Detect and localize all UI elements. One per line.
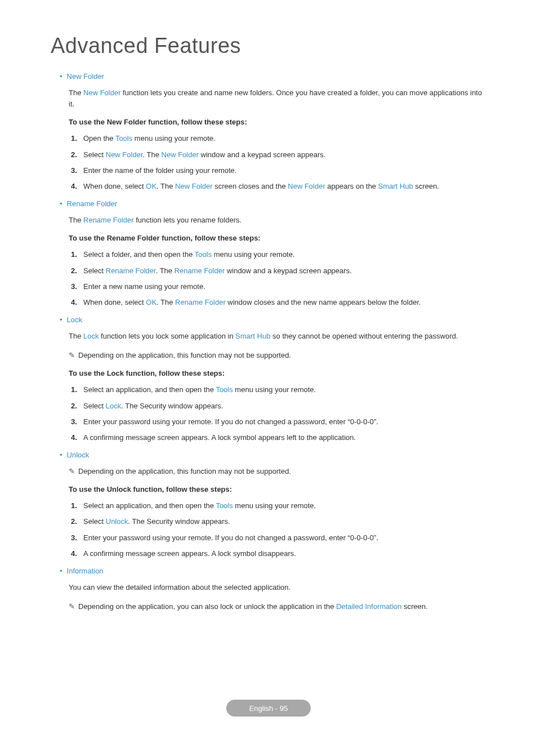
section-heading-lock: Lock [67,315,82,325]
list-item: 2. Select Unlock. The Security window ap… [71,516,486,527]
list-item: 3. Enter the name of the folder using yo… [71,165,486,176]
term-new-folder: New Folder [83,88,120,97]
rename-folder-steps: 1. Select a folder, and then open the To… [71,249,486,308]
note-icon: ✎ [69,350,75,361]
rename-folder-desc: The Rename Folder function lets you rena… [69,215,486,226]
list-item: 2. Select Lock. The Security window appe… [71,401,486,412]
list-item: 1. Select an application, and then open … [71,500,486,512]
bullet-icon: • [60,566,62,576]
list-item: 2. Select New Folder. The New Folder win… [71,149,486,161]
note-icon: ✎ [69,601,75,612]
bullet-icon: • [60,315,62,325]
list-item: 4. When done, select OK. The New Folder … [71,181,486,192]
page-title: Advanced Features [51,34,486,58]
list-item: 4. A confirming message screen appears. … [71,548,486,559]
section-heading-new-folder: New Folder [67,72,104,82]
list-item: 3. Enter a new name using your remote. [71,281,486,292]
section-heading-information: Information [67,566,104,576]
term-lock: Lock [83,332,99,340]
unlock-steps-heading: To use the Unlock function, follow these… [69,485,486,493]
unlock-steps: 1. Select an application, and then open … [71,500,486,559]
lock-desc: The Lock function lets you lock some app… [69,331,486,342]
bullet-icon: • [60,72,62,82]
new-folder-steps-heading: To use the New Folder function, follow t… [69,118,486,126]
new-folder-desc: The New Folder function lets you create … [69,87,486,110]
rename-folder-steps-heading: To use the Rename Folder function, follo… [69,234,486,242]
term-detailed-information: Detailed Information [336,602,401,611]
page-number-badge: English - 95 [226,700,311,717]
list-item: 2. Select Rename Folder. The Rename Fold… [71,265,486,277]
list-item: 3. Enter your password using your remote… [71,416,486,428]
section-unlock: • Unlock ✎ Depending on the application,… [51,450,486,559]
note-icon: ✎ [69,466,75,477]
list-item: 3. Enter your password using your remote… [71,532,486,544]
section-lock: • Lock The Lock function lets you lock s… [51,315,486,443]
unlock-note: ✎ Depending on the application, this fun… [69,466,486,477]
lock-steps-heading: To use the Lock function, follow these s… [69,369,486,377]
information-note: ✎ Depending on the application, you can … [69,601,486,612]
section-information: • Information You can view the detailed … [51,566,486,612]
section-heading-unlock: Unlock [67,450,90,460]
section-heading-rename-folder: Rename Folder [67,199,118,209]
section-rename-folder: • Rename Folder The Rename Folder functi… [51,199,486,308]
list-item: 1. Open the Tools menu using your remote… [71,133,486,144]
term-smart-hub: Smart Hub [235,332,270,340]
lock-steps: 1. Select an application, and then open … [71,384,486,443]
list-item: 4. When done, select OK. The Rename Fold… [71,297,486,308]
list-item: 1. Select a folder, and then open the To… [71,249,486,260]
section-new-folder: • New Folder The New Folder function let… [51,72,486,192]
list-item: 4. A confirming message screen appears. … [71,432,486,443]
list-item: 1. Select an application, and then open … [71,384,486,395]
information-desc: You can view the detailed information ab… [69,582,486,593]
bullet-icon: • [60,199,62,209]
term-rename-folder: Rename Folder [83,216,134,224]
new-folder-steps: 1. Open the Tools menu using your remote… [71,133,486,192]
lock-note: ✎ Depending on the application, this fun… [69,350,486,361]
document-page: Advanced Features • New Folder The New F… [0,0,537,612]
bullet-icon: • [60,450,62,460]
